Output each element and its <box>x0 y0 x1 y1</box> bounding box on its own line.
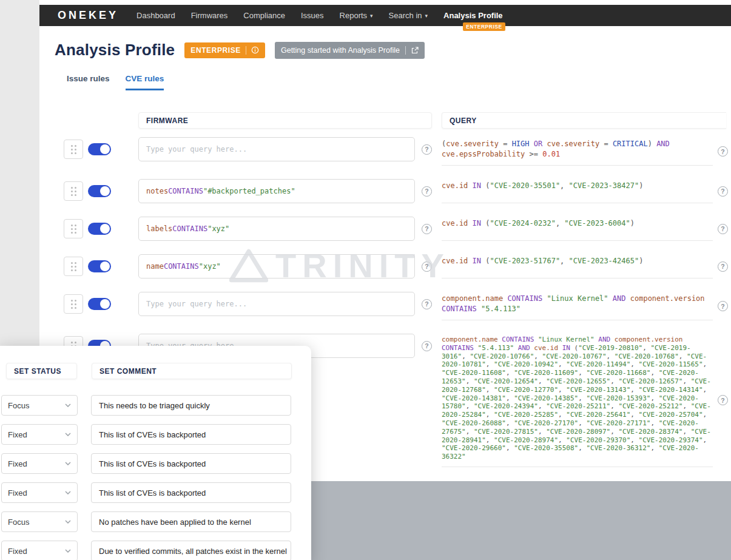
nav-item-issues[interactable]: Issues <box>301 11 324 20</box>
column-header-set-comment: SET COMMENT <box>92 363 292 379</box>
nav-item-reports[interactable]: Reports▾ <box>340 11 373 20</box>
firmware-query-input[interactable]: labels CONTAINS "xyz" <box>138 217 415 241</box>
nav-item-dashboard[interactable]: Dashboard <box>136 11 175 20</box>
enterprise-tag: ENTERPRISE <box>463 22 505 31</box>
chevron-down-icon <box>65 491 71 494</box>
page-title: Analysis Profile <box>55 41 175 59</box>
getting-started-button[interactable]: Getting started with Analysis Profile <box>275 42 425 59</box>
query-help-icon[interactable]: ? <box>718 224 728 234</box>
status-select[interactable]: Focus <box>1 395 78 416</box>
firmware-query-input[interactable]: Type your query here... <box>138 292 415 316</box>
status-select-value: Fixed <box>8 488 27 498</box>
top-navbar: ONEKEY DashboardFirmwaresComplianceIssue… <box>39 5 731 26</box>
cve-query-input[interactable]: cve.id IN ("CVE-2024-0232", "CVE-2023-60… <box>442 217 713 241</box>
bulk-rows: Focus This needs to be triaged quickly F… <box>0 379 311 560</box>
firmware-help-icon[interactable]: ? <box>422 144 432 155</box>
bulk-row: Focus This needs to be triaged quickly <box>1 395 311 416</box>
cve-query-input[interactable]: cve.id IN ("CVE-2023-51767", "CVE-2023-4… <box>442 254 713 278</box>
nav-item-firmwares[interactable]: Firmwares <box>191 11 228 20</box>
firmware-query-input[interactable]: Type your query here... <box>138 137 415 161</box>
chevron-down-icon <box>65 433 71 436</box>
firmware-help-icon[interactable]: ? <box>422 299 432 309</box>
tab-cve-rules[interactable]: CVE rules <box>126 74 164 90</box>
comment-input[interactable]: This list of CVEs is backported <box>91 424 291 445</box>
status-select[interactable]: Fixed <box>1 424 78 445</box>
rule-enabled-toggle[interactable] <box>88 223 111 235</box>
cve-query-input[interactable]: component.name CONTAINS "Linux Kernel" A… <box>442 334 713 467</box>
drag-handle[interactable] <box>64 181 83 201</box>
tab-issue-rules[interactable]: Issue rules <box>67 74 110 90</box>
query-cell: cve.id IN ("CVE-2020-35501", "CVE-2023-3… <box>442 179 728 203</box>
cve-query-input[interactable]: component.name CONTAINS "Linux Kernel" A… <box>442 292 713 320</box>
rule-row: Type your query here... ? component.name… <box>64 292 726 320</box>
status-select[interactable]: Focus <box>1 511 78 532</box>
chevron-down-icon <box>65 520 71 524</box>
comment-input[interactable]: This needs to be triaged quickly <box>91 395 291 416</box>
button-divider <box>405 46 406 55</box>
nav-items: DashboardFirmwaresComplianceIssuesReport… <box>136 11 503 20</box>
query-help-icon[interactable]: ? <box>718 186 728 197</box>
page-header: Analysis Profile ENTERPRISE Getting star… <box>39 26 731 59</box>
column-header-set-status: SET STATUS <box>6 363 77 379</box>
cve-query-input[interactable]: (cve.severity = HIGH OR cve.severity = C… <box>442 137 713 166</box>
nav-item-label: Issues <box>301 11 324 20</box>
status-select[interactable]: Fixed <box>1 453 78 474</box>
firmware-cell: Type your query here... ? <box>138 292 432 316</box>
firmware-query-input[interactable]: notes CONTAINS "#backported_patches" <box>138 179 415 203</box>
drag-handle[interactable] <box>64 140 83 159</box>
chevron-down-icon: ▾ <box>370 13 373 19</box>
bulk-row: Fixed This list of CVEs is backported <box>1 424 311 445</box>
query-help-icon[interactable]: ? <box>718 146 728 157</box>
onekey-logo[interactable]: ONEKEY <box>58 9 118 22</box>
badge-divider <box>246 46 246 55</box>
comment-input[interactable]: This list of CVEs is backported <box>91 482 291 503</box>
query-cell: component.name CONTAINS "Linux Kernel" A… <box>442 334 728 467</box>
table-header-row: FIRMWARE QUERY <box>39 90 731 129</box>
nav-item-label: Search in <box>389 11 422 20</box>
query-cell: cve.id IN ("CVE-2023-51767", "CVE-2023-4… <box>442 254 728 278</box>
comment-input[interactable]: No patches have been applied to the kern… <box>91 511 291 532</box>
header-spacer <box>64 112 138 129</box>
nav-item-analysis-profile[interactable]: Analysis ProfileENTERPRISE <box>443 11 503 20</box>
query-help-icon[interactable]: ? <box>718 301 728 311</box>
status-select-value: Fixed <box>8 459 27 468</box>
query-help-icon[interactable]: ? <box>718 395 728 405</box>
drag-handle[interactable] <box>64 257 83 276</box>
query-cell: cve.id IN ("CVE-2024-0232", "CVE-2023-60… <box>442 217 728 241</box>
firmware-help-icon[interactable]: ? <box>422 186 432 197</box>
nav-item-search-in[interactable]: Search in▾ <box>389 11 428 20</box>
rule-enabled-toggle[interactable] <box>88 185 111 197</box>
comment-input[interactable]: This list of CVEs is backported <box>91 453 291 474</box>
query-cell: component.name CONTAINS "Linux Kernel" A… <box>442 292 728 320</box>
rule-enabled-toggle[interactable] <box>88 260 111 272</box>
cve-query-input[interactable]: cve.id IN ("CVE-2020-35501", "CVE-2023-3… <box>442 179 713 203</box>
column-header-query: QUERY <box>442 112 726 129</box>
firmware-help-icon[interactable]: ? <box>422 261 432 272</box>
chevron-down-icon <box>65 549 71 553</box>
comment-input[interactable]: Due to verified commits, all patches exi… <box>91 541 291 560</box>
status-select-value: Focus <box>8 401 29 410</box>
status-select-value: Fixed <box>8 430 27 439</box>
enterprise-plan-badge[interactable]: ENTERPRISE <box>184 42 265 58</box>
nav-item-label: Analysis Profile <box>443 11 503 20</box>
bulk-row: Fixed This list of CVEs is backported <box>1 453 311 474</box>
nav-item-label: Reports <box>340 11 368 20</box>
drag-handle[interactable] <box>64 294 83 314</box>
chevron-down-icon: ▾ <box>425 13 428 19</box>
firmware-query-input[interactable]: name CONTAINS "xyz" <box>138 254 415 278</box>
column-header-firmware: FIRMWARE <box>138 112 432 129</box>
query-help-icon[interactable]: ? <box>718 261 728 272</box>
firmware-help-icon[interactable]: ? <box>422 224 432 234</box>
firmware-cell: labels CONTAINS "xyz" ? <box>138 217 432 241</box>
status-select[interactable]: Fixed <box>1 541 78 560</box>
bulk-panel-header-row: SET STATUS SET COMMENT <box>0 363 311 379</box>
rule-row: Type your query here... ? (cve.severity … <box>64 137 726 166</box>
nav-item-label: Dashboard <box>136 11 175 20</box>
nav-item-compliance[interactable]: Compliance <box>243 11 285 20</box>
status-select[interactable]: Fixed <box>1 482 78 503</box>
drag-handle[interactable] <box>64 219 83 238</box>
rule-enabled-toggle[interactable] <box>88 298 111 310</box>
rule-enabled-toggle[interactable] <box>88 143 111 155</box>
firmware-help-icon[interactable]: ? <box>422 341 432 351</box>
chevron-down-icon <box>65 462 71 465</box>
